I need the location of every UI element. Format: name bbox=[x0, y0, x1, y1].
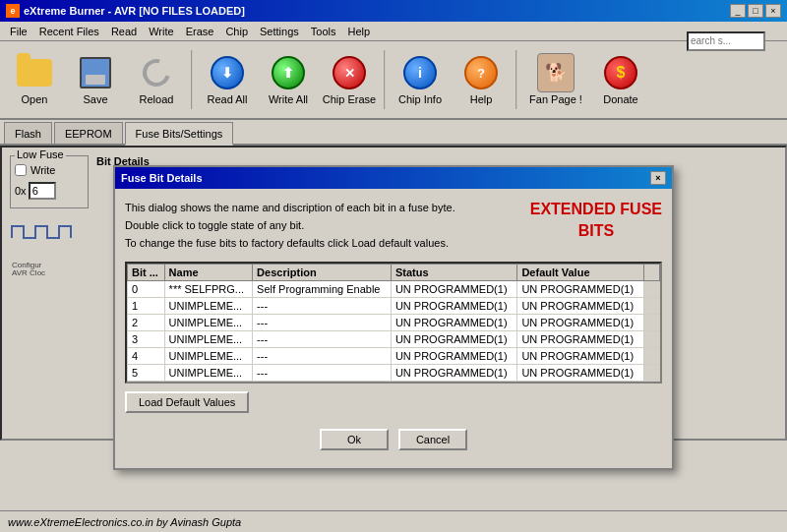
col-name: Name bbox=[164, 265, 253, 281]
cell-name: UNIMPLEME... bbox=[164, 298, 253, 315]
dialog-overlay: Fuse Bit Details × This dialog shows the… bbox=[0, 146, 787, 441]
dialog-desc-line-3: To change the fuse bits to factory defau… bbox=[125, 234, 520, 252]
cell-status: UN PROGRAMMED(1) bbox=[391, 298, 517, 315]
reload-button[interactable]: Reload bbox=[128, 46, 185, 113]
open-label: Open bbox=[22, 93, 48, 105]
donate-button[interactable]: $ Donate bbox=[592, 46, 649, 113]
reload-icon bbox=[138, 54, 175, 91]
menu-write[interactable]: Write bbox=[143, 25, 179, 38]
write-all-label: Write All bbox=[269, 93, 308, 105]
chip-info-button[interactable]: i Chip Info bbox=[392, 46, 449, 113]
read-all-button[interactable]: ⬇ Read All bbox=[199, 46, 256, 113]
toolbar-separator-2 bbox=[384, 50, 386, 109]
save-icon bbox=[77, 54, 114, 91]
bottom-bar: www.eXtremeElectronics.co.in by Avinash … bbox=[0, 510, 787, 532]
save-button[interactable]: Save bbox=[67, 46, 124, 113]
cell-default: UN PROGRAMMED(1) bbox=[517, 315, 644, 331]
maximize-button[interactable]: □ bbox=[748, 4, 763, 18]
table-row[interactable]: 2 UNIMPLEME... --- UN PROGRAMMED(1) UN P… bbox=[128, 315, 660, 331]
menu-help[interactable]: Help bbox=[341, 25, 376, 38]
menu-settings[interactable]: Settings bbox=[254, 25, 305, 38]
read-all-icon: ⬇ bbox=[209, 54, 246, 91]
cell-description: --- bbox=[253, 298, 392, 315]
table-row[interactable]: 3 UNIMPLEME... --- UN PROGRAMMED(1) UN P… bbox=[128, 331, 660, 348]
cell-description: --- bbox=[253, 315, 392, 331]
help-button[interactable]: ? Help bbox=[453, 46, 510, 113]
cell-status: UN PROGRAMMED(1) bbox=[391, 365, 517, 382]
tab-eeprom[interactable]: EEPROM bbox=[54, 122, 123, 144]
fuse-bit-dialog: Fuse Bit Details × This dialog shows the… bbox=[113, 165, 674, 470]
cell-bit: 0 bbox=[128, 281, 165, 298]
fuse-table-container[interactable]: Bit ... Name Description Status Default … bbox=[125, 262, 662, 384]
dialog-desc-line-2: Double click to toggle state of any bit. bbox=[125, 216, 520, 234]
toolbar: Open Save Reload ⬇ Read All ⬆ Write All … bbox=[0, 41, 787, 120]
col-default: Default Value bbox=[517, 265, 644, 281]
cell-description: --- bbox=[253, 348, 392, 365]
cell-default: UN PROGRAMMED(1) bbox=[517, 365, 644, 382]
dialog-title-text: Fuse Bit Details bbox=[121, 172, 203, 184]
menu-tools[interactable]: Tools bbox=[305, 25, 342, 38]
chip-erase-button[interactable]: ✕ Chip Erase bbox=[321, 46, 378, 113]
dialog-desc-line-1: This dialog shows the name and discripti… bbox=[125, 199, 520, 216]
menu-read[interactable]: Read bbox=[105, 25, 143, 38]
cell-bit: 5 bbox=[128, 365, 165, 382]
table-row[interactable]: 4 UNIMPLEME... --- UN PROGRAMMED(1) UN P… bbox=[128, 348, 660, 365]
fuse-table: Bit ... Name Description Status Default … bbox=[127, 264, 660, 382]
write-all-button[interactable]: ⬆ Write All bbox=[260, 46, 317, 113]
cell-name: UNIMPLEME... bbox=[164, 315, 253, 331]
dialog-info: This dialog shows the name and discripti… bbox=[125, 199, 662, 252]
menu-chip[interactable]: Chip bbox=[219, 25, 254, 38]
dialog-close-button[interactable]: × bbox=[650, 171, 666, 185]
extended-fuse-label: EXTENDED FUSEBITS bbox=[530, 199, 662, 252]
cancel-button[interactable]: Cancel bbox=[398, 429, 467, 450]
chip-erase-icon: ✕ bbox=[331, 54, 368, 91]
cell-bit: 2 bbox=[128, 315, 165, 331]
donate-icon: $ bbox=[602, 54, 639, 91]
cell-status: UN PROGRAMMED(1) bbox=[391, 315, 517, 331]
cell-description: --- bbox=[253, 365, 392, 382]
chip-info-label: Chip Info bbox=[398, 93, 442, 105]
cell-status: UN PROGRAMMED(1) bbox=[391, 331, 517, 348]
menu-recent-files[interactable]: Recent Files bbox=[33, 25, 105, 38]
cell-bit: 3 bbox=[128, 331, 165, 348]
table-row[interactable]: 0 *** SELFPRG... Self Programming Enable… bbox=[128, 281, 660, 298]
help-label: Help bbox=[470, 93, 493, 105]
cell-name: *** SELFPRG... bbox=[164, 281, 253, 298]
cell-name: UNIMPLEME... bbox=[164, 348, 253, 365]
title-bar-buttons: _ □ × bbox=[730, 4, 781, 18]
dialog-title-bar: Fuse Bit Details × bbox=[115, 167, 672, 189]
open-button[interactable]: Open bbox=[6, 46, 63, 113]
open-icon bbox=[16, 54, 53, 91]
load-defaults-area: Load Default Values bbox=[125, 391, 662, 413]
menu-erase[interactable]: Erase bbox=[180, 25, 220, 38]
donate-label: Donate bbox=[603, 93, 637, 105]
search-input[interactable] bbox=[687, 31, 765, 51]
fan-page-button[interactable]: 🐕 Fan Page ! bbox=[523, 46, 588, 113]
cell-default: UN PROGRAMMED(1) bbox=[517, 331, 644, 348]
reload-label: Reload bbox=[140, 93, 174, 105]
menu-file[interactable]: File bbox=[4, 25, 33, 38]
bottom-url: www.eXtremeElectronics.co.in by Avinash … bbox=[8, 516, 241, 528]
cell-description: --- bbox=[253, 331, 392, 348]
chip-erase-label: Chip Erase bbox=[323, 93, 376, 105]
load-defaults-button[interactable]: Load Default Values bbox=[125, 391, 249, 413]
tab-flash[interactable]: Flash bbox=[4, 122, 52, 144]
tab-fuse-bits[interactable]: Fuse Bits/Settings bbox=[125, 122, 234, 146]
fan-page-label: Fan Page ! bbox=[529, 93, 582, 105]
toolbar-separator-3 bbox=[515, 50, 517, 109]
col-description: Description bbox=[253, 265, 392, 281]
col-bit: Bit ... bbox=[128, 265, 165, 281]
table-row[interactable]: 1 UNIMPLEME... --- UN PROGRAMMED(1) UN P… bbox=[128, 298, 660, 315]
fan-page-icon: 🐕 bbox=[537, 54, 575, 91]
table-row[interactable]: 5 UNIMPLEME... --- UN PROGRAMMED(1) UN P… bbox=[128, 365, 660, 382]
close-button[interactable]: × bbox=[765, 4, 781, 18]
cell-bit: 1 bbox=[128, 298, 165, 315]
write-all-icon: ⬆ bbox=[270, 54, 307, 91]
cell-default: UN PROGRAMMED(1) bbox=[517, 281, 644, 298]
cell-default: UN PROGRAMMED(1) bbox=[517, 298, 644, 315]
cell-status: UN PROGRAMMED(1) bbox=[391, 281, 517, 298]
ok-button[interactable]: Ok bbox=[320, 429, 389, 450]
window-title: eXtreme Burner - AVR [NO FILES LOADED] bbox=[24, 5, 245, 17]
help-icon: ? bbox=[462, 54, 500, 91]
minimize-button[interactable]: _ bbox=[730, 4, 746, 18]
